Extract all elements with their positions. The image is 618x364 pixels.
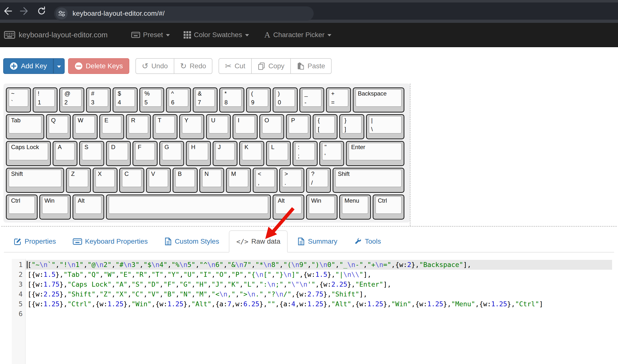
tab-properties[interactable]: Properties	[7, 231, 63, 252]
keyboard-key[interactable]: U	[206, 114, 231, 139]
menu-color-swatches[interactable]: Color Swatches	[184, 31, 249, 39]
keyboard-key[interactable]: J	[213, 141, 238, 166]
keyboard-key[interactable]: _-	[299, 87, 324, 112]
keyboard-key[interactable]: Backspace	[353, 87, 404, 112]
keyboard-key[interactable]: $4	[113, 87, 138, 112]
edit-toolbar: Add Key Delete Keys ↺ Undo ↻ Redo ✂ Cut …	[3, 58, 332, 74]
keyboard-key[interactable]: !1	[33, 87, 58, 112]
keyboard-key[interactable]: Ctrl	[6, 195, 38, 220]
keyboard-key[interactable]: W	[73, 114, 98, 139]
keyboard-key[interactable]: |\	[366, 114, 404, 139]
keyboard-key[interactable]: Tab	[6, 114, 44, 139]
code-line[interactable]: 6	[12, 309, 612, 319]
keyboard-key[interactable]: ~`	[6, 87, 31, 112]
keyboard-key[interactable]: O	[259, 114, 284, 139]
keyboard-key[interactable]: (9	[246, 87, 271, 112]
keyboard-key[interactable]: P	[286, 114, 311, 139]
keyboard-key[interactable]: Enter	[346, 141, 404, 166]
keyboard-key[interactable]: {[	[313, 114, 338, 139]
cut-button[interactable]: ✂ Cut	[219, 58, 251, 74]
keyboard-key[interactable]: K	[239, 141, 264, 166]
keyboard-key[interactable]	[106, 195, 271, 220]
keyboard-key[interactable]: &7	[193, 87, 218, 112]
keyboard-key[interactable]: )0	[273, 87, 298, 112]
keyboard-key[interactable]: M	[226, 168, 251, 193]
tab-tools[interactable]: Tools	[347, 231, 388, 252]
scissors-icon: ✂	[225, 62, 232, 70]
tab-raw-data[interactable]: </> Raw data	[229, 230, 288, 252]
keyboard-key[interactable]: Win	[39, 195, 71, 220]
keyboard-key[interactable]: G	[159, 141, 184, 166]
keyboard-key[interactable]: I	[233, 114, 258, 139]
reload-icon[interactable]	[36, 5, 47, 17]
keyboard-key[interactable]: Win	[306, 195, 338, 220]
code-line[interactable]: 5[{w:1.25},"Ctrl",{w:1.25},"Win",{w:1.25…	[12, 299, 612, 309]
url-text[interactable]: keyboard-layout-editor.com/#/	[73, 10, 165, 17]
keyboard-key[interactable]: H	[186, 141, 211, 166]
keyboard-key[interactable]: Alt	[273, 195, 304, 220]
keyboard-key[interactable]: B	[173, 168, 198, 193]
tab-bar: Properties Keyboard Properties Custom St…	[4, 230, 614, 252]
keyboard-key[interactable]: :;	[293, 141, 318, 166]
add-key-button[interactable]: Add Key	[3, 58, 53, 74]
tab-summary[interactable]: Summary	[291, 231, 344, 252]
code-line[interactable]: 1["~\n`","!\n1","@\n2","#\n3","$\n4","%\…	[12, 260, 612, 270]
keyboard-key[interactable]: R	[126, 114, 151, 139]
keyboard-key[interactable]: }]	[339, 114, 364, 139]
copy-button[interactable]: Copy	[251, 58, 291, 74]
redo-button[interactable]: ↻ Redo	[174, 58, 213, 74]
keyboard-key[interactable]: T	[153, 114, 178, 139]
keyboard-key[interactable]: ^6	[166, 87, 191, 112]
keyboard-key[interactable]: Q	[46, 114, 71, 139]
keyboard-key[interactable]: #3	[86, 87, 111, 112]
keyboard-key[interactable]: F	[132, 141, 158, 166]
keyboard-key[interactable]: Ctrl	[373, 195, 404, 220]
tab-custom-styles[interactable]: Custom Styles	[158, 231, 226, 252]
undo-icon: ↺	[142, 62, 148, 70]
keyboard-key[interactable]: ?/	[306, 168, 331, 193]
tab-keyboard-properties[interactable]: Keyboard Properties	[66, 231, 155, 252]
keyboard-key[interactable]: N	[199, 168, 224, 193]
keyboard-key[interactable]: %5	[139, 87, 164, 112]
site-settings-icon[interactable]	[56, 8, 68, 19]
address-bar[interactable]: keyboard-layout-editor.com/#/	[54, 6, 314, 21]
keyboard-resize-border[interactable]	[410, 84, 411, 226]
paste-button[interactable]: Paste	[290, 58, 332, 74]
keyboard-key[interactable]: @2	[59, 87, 84, 112]
menu-preset[interactable]: Preset	[131, 31, 170, 39]
keyboard-key[interactable]: <,	[253, 168, 278, 193]
keyboard-key[interactable]: X	[93, 168, 118, 193]
keyboard-key[interactable]: "'	[319, 141, 344, 166]
keyboard-key[interactable]: S	[79, 141, 104, 166]
keyboard-key[interactable]: A	[53, 141, 78, 166]
keyboard-key[interactable]: +=	[326, 87, 351, 112]
keyboard-key[interactable]: Alt	[73, 195, 104, 220]
keyboard-key[interactable]: Shift	[333, 168, 404, 193]
delete-keys-button[interactable]: Delete Keys	[68, 58, 129, 74]
tab-label: Custom Styles	[175, 238, 219, 245]
keyboard-key[interactable]: C	[119, 168, 144, 193]
undo-button[interactable]: ↺ Undo	[135, 58, 174, 74]
keyboard-key[interactable]: E	[99, 114, 124, 139]
menu-character-picker[interactable]: A Character Picker	[264, 31, 331, 39]
keyboard-key[interactable]: *8	[219, 87, 244, 112]
code-line[interactable]: 2[{w:1.5},"Tab","Q","W","E","R","T","Y",…	[12, 270, 612, 280]
keyboard-key[interactable]: V	[146, 168, 171, 193]
code-line[interactable]: 4[{w:2.25},"Shift","Z","X","C","V","B","…	[12, 289, 612, 299]
add-key-dropdown-button[interactable]	[53, 58, 65, 74]
keyboard-key[interactable]: Z	[66, 168, 91, 193]
keyboard-key[interactable]: L	[266, 141, 291, 166]
keyboard-key[interactable]: >.	[279, 168, 304, 193]
keyboard-key[interactable]: Menu	[339, 195, 371, 220]
brand[interactable]: keyboard-layout-editor.com	[4, 31, 108, 39]
menu-label: Color Swatches	[194, 31, 242, 39]
keyboard-key[interactable]: Caps Lock	[6, 141, 51, 166]
code-line[interactable]: 3[{w:1.75},"Caps Lock","A","S","D","F","…	[12, 280, 612, 289]
raw-data-editor[interactable]: 1["~\n`","!\n1","@\n2","#\n3","$\n4","%\…	[12, 259, 612, 364]
back-icon[interactable]	[2, 5, 13, 17]
keyboard-key[interactable]: D	[106, 141, 131, 166]
keyboard-key[interactable]: Y	[179, 114, 204, 139]
code-lines: 1["~\n`","!\n1","@\n2","#\n3","$\n4","%\…	[12, 260, 612, 319]
keyboard-key[interactable]: Shift	[6, 168, 64, 193]
forward-icon[interactable]	[19, 5, 30, 17]
